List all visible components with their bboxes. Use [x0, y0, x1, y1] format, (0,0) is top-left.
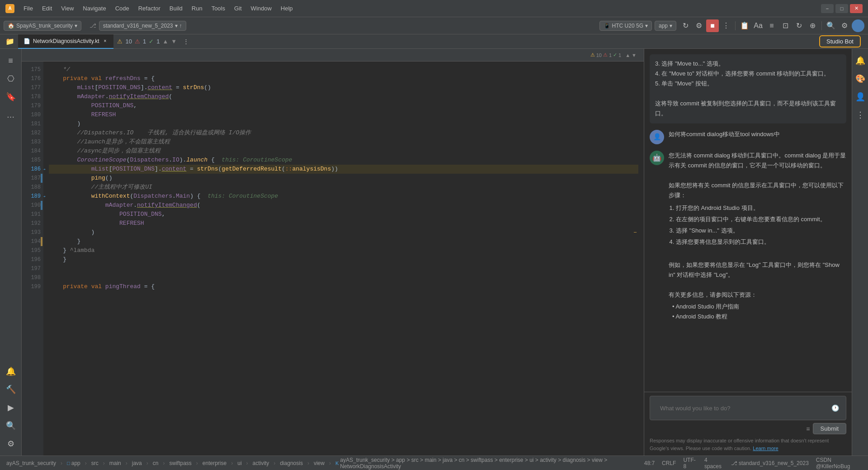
status-view[interactable]: view — [311, 460, 327, 466]
right-icon-profile[interactable]: 👤 — [852, 89, 868, 105]
status-activity[interactable]: activity — [250, 460, 272, 466]
code-line-197 — [49, 264, 638, 273]
menu-run[interactable]: Run — [187, 2, 207, 14]
device-manager-button[interactable]: ⊡ — [779, 19, 792, 32]
status-crlf[interactable]: CRLF — [659, 460, 679, 466]
git-branch-selector[interactable]: standard_v316_new_5_2023 ▾ ↑ — [99, 21, 186, 31]
sync-button[interactable]: ↻ — [679, 19, 692, 32]
menu-refactor[interactable]: Refactor — [134, 2, 165, 14]
sidebar-icon-structure[interactable]: ⎔ — [3, 71, 19, 87]
sidebar-icon-more[interactable]: … — [3, 107, 19, 123]
right-icon-theme[interactable]: 🎨 — [852, 71, 868, 87]
menu-help[interactable]: Help — [276, 2, 297, 14]
status-project[interactable]: ayAS_trunk_security — [4, 460, 59, 466]
menu-edit[interactable]: Edit — [38, 2, 57, 14]
app-icon: A — [5, 4, 14, 13]
ok-icon: ✓ — [149, 38, 154, 45]
device-name: HTC U20 5G — [612, 23, 643, 29]
app-selector[interactable]: app ▾ — [655, 21, 676, 31]
sidebar-icon-notifications[interactable]: 🔔 — [3, 363, 19, 380]
code-header: ⚠ 10 ⚠ 1 ✓ 1 ▲ ▼ — [22, 49, 644, 62]
right-icon-more[interactable]: ⋮ — [852, 107, 868, 123]
right-icon-notifications[interactable]: 🔔 — [852, 52, 868, 69]
device-selector[interactable]: 📱 HTC U20 5G ▾ — [599, 21, 652, 31]
profile-button[interactable]: 📋 — [738, 19, 751, 32]
git-icon: ⎇ — [90, 22, 96, 29]
toolbar-right-icons: ↻ ⚙ ■ ⋮ 📋 Aa ≡ ⊡ ↻ ⊕ 🔍 ⚙ — [679, 19, 864, 32]
run-with-coverage-button[interactable]: ⚙ — [693, 19, 705, 32]
sidebar-icon-settings[interactable]: ⚙ — [3, 436, 19, 452]
status-cn[interactable]: cn — [150, 460, 161, 466]
app-dropdown-icon: ▾ — [670, 23, 672, 29]
app-name: app — [659, 23, 668, 29]
project-tree-button[interactable]: 📁 — [4, 35, 16, 48]
learn-more-link[interactable]: Learn more — [753, 446, 778, 451]
sidebar-icon-build[interactable]: 🔨 — [3, 381, 19, 398]
status-ui[interactable]: ui — [235, 460, 244, 466]
code-text[interactable]: */ private val refreshDns = { mList[POSI… — [43, 62, 644, 456]
status-module[interactable]: □ app — [64, 460, 83, 466]
project-branch-selector[interactable]: 🏠 SpayAS_trunk_security ▾ — [4, 21, 81, 31]
stop-button[interactable]: ■ — [706, 19, 719, 32]
code-line-181: ) — [49, 119, 638, 128]
chat-message-bot-2: 🤖 您无法将 commit dialog 移动到工具窗口中。commit dia… — [650, 151, 846, 324]
chat-attach-icon[interactable]: ≡ — [806, 425, 810, 432]
restore-button[interactable]: □ — [835, 4, 848, 13]
status-swiftpass[interactable]: swiftpass — [166, 460, 194, 466]
chat-history-icon[interactable]: 🕐 — [829, 402, 841, 414]
menu-git[interactable]: Git — [230, 2, 246, 14]
menu-window[interactable]: Window — [246, 2, 276, 14]
bot-resource-1: • Android Studio 用户指南 — [672, 302, 846, 312]
sidebar-icon-bookmarks[interactable]: 🔖 — [3, 89, 19, 105]
menu-navigate[interactable]: Navigate — [78, 2, 110, 14]
account-avatar[interactable] — [852, 19, 864, 32]
sidebar-icon-search[interactable]: 🔍 — [3, 418, 19, 434]
bot-more-info: 有关更多信息，请参阅以下资源： — [669, 290, 846, 300]
tab-network-diagnosis[interactable]: 📄 NetworkDiagnosisActivity.kt × — [18, 34, 113, 49]
status-git-branch[interactable]: ⎇ standard_v316_new_5_2023 — [728, 460, 811, 466]
sidebar-icon-project[interactable]: ≡ — [3, 52, 19, 69]
chat-input-field[interactable] — [655, 399, 829, 417]
status-enterprise[interactable]: enterprise — [200, 460, 229, 466]
tab-close-button[interactable]: × — [102, 38, 108, 44]
chat-bot-1-text2: 4. 在 "Move to" 对话框中，选择您要将 commit 移动到的工具窗… — [655, 69, 841, 79]
layout-inspector-button[interactable]: ≡ — [765, 19, 778, 32]
menu-file[interactable]: File — [19, 2, 38, 14]
minimize-button[interactable]: − — [821, 4, 834, 13]
status-class-name: ayAS_trunk_security > app > src > main >… — [340, 457, 635, 470]
status-csdn[interactable]: CSDN @KillerNoBug — [813, 457, 864, 470]
studio-bot-button[interactable]: Studio Bot — [819, 35, 861, 47]
menu-build[interactable]: Build — [165, 2, 187, 14]
sidebar-icon-run[interactable]: ▶ — [3, 399, 19, 416]
git-branch-icon: ⎇ — [731, 460, 737, 466]
submit-button[interactable]: Submit — [813, 423, 846, 434]
status-encoding[interactable]: UTF-8 — [680, 457, 699, 470]
code-area[interactable]: 175 176 177 178 179 180 181 182 183 184 … — [22, 62, 644, 456]
code-line-175: */ — [49, 65, 638, 74]
status-position[interactable]: 48:7 — [642, 460, 657, 466]
branch-dropdown-icon: ▾ — [175, 23, 178, 29]
tab-file-icon: 📄 — [24, 38, 30, 44]
ok-count: 1 — [156, 38, 160, 45]
status-project-text: ayAS_trunk_security — [6, 460, 56, 466]
tab-more-button[interactable]: ⋮ — [180, 36, 191, 47]
status-java[interactable]: java — [129, 460, 145, 466]
status-class[interactable]: K ayAS_trunk_security > app > src > main… — [333, 457, 638, 470]
code-coverage-button[interactable]: Aa — [752, 19, 764, 32]
bot-step-2: 在左侧的项目窗口中，右键单击您要查看信息的 commit。 — [676, 214, 846, 224]
menu-view[interactable]: View — [57, 2, 78, 14]
code-line-178: mAdapter.notifyItemChanged( — [49, 92, 638, 101]
search-toolbar-button[interactable]: 🔍 — [825, 19, 837, 32]
status-main[interactable]: main — [107, 460, 124, 466]
avd-manager-button[interactable]: ⊕ — [806, 19, 819, 32]
status-src[interactable]: src — [89, 460, 101, 466]
more-toolbar-button[interactable]: ⋮ — [720, 19, 732, 32]
close-button[interactable]: ✕ — [850, 4, 863, 13]
status-indent[interactable]: 4 spaces — [702, 457, 726, 470]
warning-badge: ⚠ 10 ⚠ 1 ✓ 1 ▲ ▼ — [590, 52, 637, 58]
status-diagnosis[interactable]: diagnosis — [277, 460, 306, 466]
menu-tools[interactable]: Tools — [207, 2, 230, 14]
sdk-manager-button[interactable]: ↻ — [793, 19, 805, 32]
menu-code[interactable]: Code — [111, 2, 134, 14]
settings-button[interactable]: ⚙ — [838, 19, 851, 32]
